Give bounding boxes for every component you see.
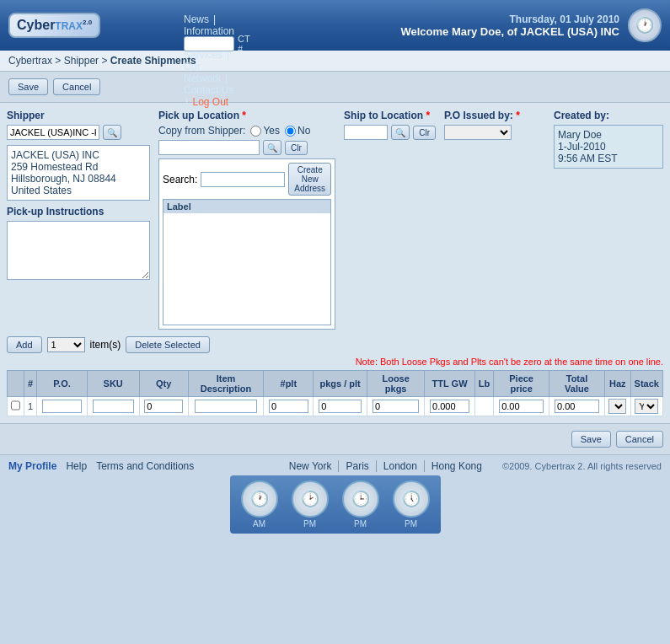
breadcrumb: Cybertrax > Shipper > Create Shipments	[0, 51, 670, 72]
row-pkgs-plt-input[interactable]	[319, 400, 362, 413]
th-lb: Lb	[474, 371, 493, 397]
created-by-box: Mary Doe 1-Jul-2010 9:56 AM EST	[554, 125, 663, 169]
shipper-address-line1: JACKEL (USA) INC	[11, 149, 146, 161]
th-stack: Stack	[630, 371, 662, 397]
delete-selected-button[interactable]: Delete Selected	[126, 336, 210, 353]
th-total-value: Total Value	[549, 371, 605, 397]
pickup-clr-btn[interactable]: Clr	[285, 141, 308, 155]
pickup-instructions-label: Pick-up Instructions	[7, 206, 150, 217]
pickup-required-star: *	[242, 110, 246, 121]
nav-logout[interactable]: Log Out	[192, 96, 228, 108]
ship-to-section: Ship to Location * 🔍 Clr	[344, 110, 436, 330]
nav-our-network[interactable]: Our Network	[184, 61, 221, 84]
breadcrumb-cybertrax[interactable]: Cybertrax	[8, 55, 52, 67]
clock-label-0: AM	[253, 519, 265, 529]
create-new-address-btn[interactable]: Create New Address	[288, 163, 331, 196]
clock-label-1: PM	[303, 519, 316, 529]
copy-yes-radio[interactable]	[250, 126, 261, 137]
pickup-location-input[interactable]	[158, 140, 260, 155]
row-ttl-gw-input[interactable]	[430, 400, 469, 413]
row-plt-cell	[264, 397, 314, 416]
row-lb-cell	[474, 397, 493, 416]
city-london: London	[383, 460, 425, 472]
ship-to-clr-btn[interactable]: Clr	[413, 126, 436, 140]
add-items-row: Add 12345 item(s) Delete Selected	[7, 336, 663, 353]
breadcrumb-shipper[interactable]: Shipper	[64, 55, 99, 67]
ct-search-input[interactable]	[184, 36, 234, 51]
po-label: P.O Issued by: *	[444, 110, 545, 121]
save-button-bottom[interactable]: Save	[571, 431, 611, 448]
city-paris: Paris	[346, 460, 376, 472]
add-button[interactable]: Add	[7, 336, 42, 353]
row-plt-input[interactable]	[269, 400, 308, 413]
ct-label: CT #	[238, 34, 249, 54]
row-checkbox-cell	[8, 397, 24, 416]
row-pkgs-plt-cell	[314, 397, 367, 416]
row-total-value-cell	[549, 397, 605, 416]
copy-no-label[interactable]: No	[285, 125, 310, 137]
clock-face-1: 🕑	[292, 480, 329, 518]
city-hong-kong: Hong Kong	[431, 460, 489, 472]
pickup-instructions-textarea[interactable]	[7, 221, 150, 280]
terms-link[interactable]: Terms and Conditions	[96, 460, 194, 472]
copy-yes-label[interactable]: Yes	[250, 125, 280, 137]
nav-contact-us[interactable]: Contact Us	[184, 84, 233, 96]
my-profile-link[interactable]: My Profile	[8, 460, 56, 472]
row-po-input[interactable]	[42, 400, 82, 413]
shipper-name-input[interactable]	[7, 125, 99, 140]
row-ttl-gw-cell	[425, 397, 474, 416]
table-row: 1 N Y	[8, 397, 663, 416]
row-sku-input[interactable]	[93, 400, 134, 413]
row-stack-select[interactable]: Y N	[635, 399, 658, 414]
row-piece-price-cell	[494, 397, 549, 416]
shipper-search-button[interactable]: 🔍	[103, 125, 121, 140]
footer: My Profile Help Terms and Conditions New…	[0, 454, 670, 539]
header-right: Thursday, 01 July 2010 Welcome Mary Doe,…	[400, 13, 619, 38]
row-item-desc-input[interactable]	[195, 400, 257, 413]
qty-select[interactable]: 12345	[47, 337, 85, 352]
th-po: P.O.	[37, 371, 88, 397]
shipper-label: Shipper	[7, 110, 150, 121]
form-grid: Shipper 🔍 JACKEL (USA) INC 259 Homestead…	[7, 110, 663, 330]
shipper-section: Shipper 🔍 JACKEL (USA) INC 259 Homestead…	[7, 110, 150, 330]
row-sku-cell	[87, 397, 139, 416]
main-content: Shipper 🔍 JACKEL (USA) INC 259 Homestead…	[0, 103, 670, 423]
row-total-value-input[interactable]	[555, 400, 599, 413]
clock-face-2: 🕒	[342, 480, 379, 518]
pickup-label: Pick up Location *	[158, 110, 335, 121]
header-date: Thursday, 01 July 2010	[400, 13, 619, 25]
clock-london: 🕒 PM	[342, 480, 379, 529]
po-select[interactable]	[444, 125, 512, 140]
row-loose-pkgs-input[interactable]	[373, 400, 419, 413]
logo-text: CyberTRAX2.0	[17, 18, 92, 33]
logo-area: CyberTRAX2.0 News | Information | Our Se…	[8, 13, 100, 38]
th-sku: SKU	[87, 371, 139, 397]
th-pkgs-plt: pkgs / plt	[314, 371, 367, 397]
ship-to-search-btn[interactable]: 🔍	[391, 125, 410, 140]
cancel-button-bottom[interactable]: Cancel	[616, 431, 663, 448]
ship-to-input[interactable]	[344, 125, 388, 140]
pickup-search-input[interactable]	[201, 172, 285, 187]
copy-from-label: Copy from Shipper:	[158, 125, 245, 137]
shipper-address-line4: United States	[11, 185, 146, 196]
th-qty: Qty	[139, 371, 188, 397]
logo-box: CyberTRAX2.0	[8, 13, 100, 38]
row-piece-price-input[interactable]	[499, 400, 544, 413]
row-qty-cell	[139, 397, 188, 416]
row-stack-cell: Y N	[630, 397, 662, 416]
ship-to-label: Ship to Location *	[344, 110, 436, 121]
th-haz: Haz	[604, 371, 630, 397]
th-piece-price: Piece price	[494, 371, 549, 397]
footer-links: My Profile Help Terms and Conditions	[8, 460, 201, 472]
row-checkbox[interactable]	[11, 399, 21, 412]
row-qty-input[interactable]	[144, 400, 183, 413]
save-button-top[interactable]: Save	[8, 78, 48, 95]
pickup-search-btn[interactable]: 🔍	[263, 140, 281, 155]
ship-to-required-star: *	[426, 110, 430, 121]
cancel-button-top[interactable]: Cancel	[53, 78, 100, 95]
help-link[interactable]: Help	[66, 460, 87, 472]
pickup-location-row: 🔍 Clr	[158, 140, 335, 155]
row-haz-select[interactable]: N Y	[608, 399, 626, 414]
nav-news[interactable]: News	[184, 13, 209, 25]
copy-no-radio[interactable]	[285, 126, 296, 137]
